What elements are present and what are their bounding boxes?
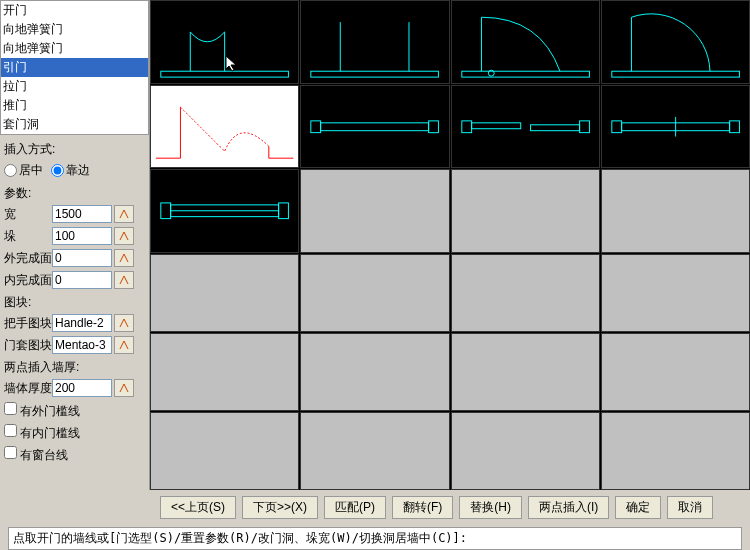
pick-button[interactable] [114,271,134,289]
cancel-button[interactable]: 取消 [667,496,713,519]
preview-cell-empty [451,333,600,411]
svg-rect-9 [612,71,740,77]
next-page-button[interactable]: 下页>>(X) [242,496,318,519]
tree-item-selected[interactable]: 引门 [1,58,148,77]
preview-cell[interactable] [451,0,600,84]
replace-button[interactable]: 替换(H) [459,496,522,519]
svg-rect-29 [279,203,289,219]
duo-input[interactable] [52,227,112,245]
preview-cell-empty [451,169,600,253]
preview-cell-empty [300,333,449,411]
ok-button[interactable]: 确定 [615,496,661,519]
svg-rect-20 [461,120,471,132]
preview-cell-empty [150,254,299,332]
duo-label: 垛 [2,228,52,245]
mentao-input[interactable] [52,336,112,354]
two-point-button[interactable]: 两点插入(I) [528,496,609,519]
inner-sill-check[interactable]: 有内门槛线 [4,426,80,440]
preview-cell-empty [601,254,750,332]
radio-center[interactable]: 居中 [4,162,43,179]
svg-rect-6 [461,71,589,77]
outer-input[interactable] [52,249,112,267]
pick-button[interactable] [114,205,134,223]
svg-rect-28 [161,203,171,219]
preview-cell-empty [451,254,600,332]
svg-rect-15 [321,122,429,130]
handle-input[interactable] [52,314,112,332]
outer-sill-check[interactable]: 有外门槛线 [4,404,80,418]
command-line[interactable]: 点取开门的墙线或[门选型(S)/重置参数(R)/改门洞、垛宽(W)/切换洞居墙中… [8,527,742,550]
door-type-list: 开门 向地弹簧门 向地弹簧门 引门 拉门 推门 套门洞 [0,0,149,135]
pick-button[interactable] [114,336,134,354]
preview-cell[interactable] [601,0,750,84]
tree-item[interactable]: 拉门 [1,77,148,96]
preview-cell-empty [150,412,299,490]
svg-rect-21 [579,120,589,132]
preview-cell-empty [601,412,750,490]
preview-cell-empty [300,169,449,253]
inner-label: 内完成面 [2,272,52,289]
mentao-label: 门套图块 [2,337,52,354]
preview-cell-empty [451,412,600,490]
wall-input[interactable] [52,379,112,397]
svg-rect-17 [429,120,439,132]
svg-rect-24 [612,120,622,132]
pick-button[interactable] [114,379,134,397]
cursor-icon [225,55,239,76]
preview-cell-empty [601,333,750,411]
preview-cell-empty [601,169,750,253]
door-preview-grid [150,0,750,490]
preview-cell[interactable] [601,85,750,169]
width-label: 宽 [2,206,52,223]
preview-cell[interactable] [300,0,449,84]
preview-cell[interactable] [451,85,600,169]
svg-rect-18 [471,122,520,128]
tree-item[interactable]: 开门 [1,1,148,20]
sidebar: 开门 向地弹簧门 向地弹簧门 引门 拉门 推门 套门洞 插入方式: 居中 靠边 … [0,0,150,490]
wall-header: 两点插入墙厚: [2,359,147,376]
preview-cell-empty [300,254,449,332]
blocks-header: 图块: [2,294,147,311]
inner-input[interactable] [52,271,112,289]
outer-label: 外完成面 [2,250,52,267]
preview-cell[interactable] [300,85,449,169]
tree-item[interactable]: 推门 [1,96,148,115]
window-sill-check[interactable]: 有窗台线 [4,448,68,462]
wall-label: 墙体厚度 [2,380,52,397]
tree-item[interactable]: 向地弹簧门 [1,20,148,39]
pick-button[interactable] [114,227,134,245]
tree-item[interactable]: 套门洞 [1,115,148,134]
preview-cell-empty [150,333,299,411]
match-button[interactable]: 匹配(P) [324,496,386,519]
svg-rect-16 [311,120,321,132]
preview-cell-empty [300,412,449,490]
button-bar: <<上页(S) 下页>>(X) 匹配(P) 翻转(F) 替换(H) 两点插入(I… [0,490,750,525]
params-header: 参数: [2,185,147,202]
pick-button[interactable] [114,314,134,332]
pick-button[interactable] [114,249,134,267]
svg-rect-25 [729,120,739,132]
preview-cell-selected[interactable] [150,85,299,169]
prev-page-button[interactable]: <<上页(S) [160,496,236,519]
tree-item[interactable]: 向地弹簧门 [1,39,148,58]
preview-cell[interactable] [150,169,299,253]
radio-edge[interactable]: 靠边 [51,162,90,179]
handle-label: 把手图块 [2,315,52,332]
flip-button[interactable]: 翻转(F) [392,496,453,519]
svg-rect-3 [311,71,439,77]
width-input[interactable] [52,205,112,223]
insert-mode-label: 插入方式: [2,141,147,158]
svg-rect-19 [530,124,579,130]
